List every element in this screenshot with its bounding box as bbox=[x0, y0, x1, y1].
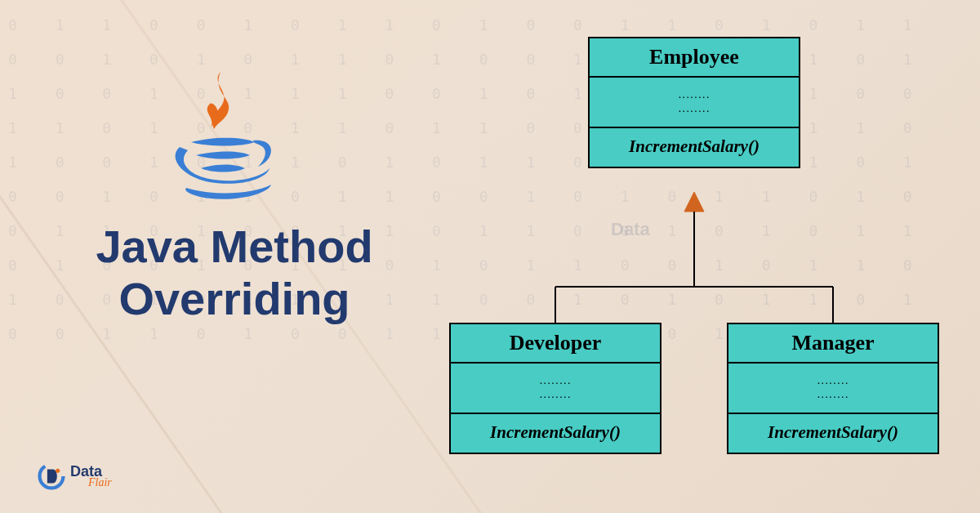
class-body-employee: ........ ........ bbox=[590, 78, 799, 128]
class-diagram: Employee ........ ........ IncrementSala… bbox=[433, 37, 956, 494]
title-line-1: Java Method bbox=[96, 221, 372, 272]
java-logo-icon bbox=[163, 65, 278, 204]
class-name-developer: Developer bbox=[451, 324, 660, 364]
class-box-developer: Developer ........ ........ IncrementSal… bbox=[449, 323, 662, 454]
class-method-manager: IncrementSalary() bbox=[728, 414, 938, 453]
brand-text: Data Flair bbox=[70, 464, 112, 488]
class-box-manager: Manager ........ ........ IncrementSalar… bbox=[727, 323, 939, 454]
class-method-employee: IncrementSalary() bbox=[590, 128, 799, 167]
class-name-employee: Employee bbox=[590, 38, 799, 78]
brand-logo: Data Flair bbox=[38, 462, 112, 490]
page-title: Java Method Overriding bbox=[42, 221, 426, 326]
svg-marker-2 bbox=[684, 192, 704, 212]
class-name-manager: Manager bbox=[728, 324, 938, 364]
dataflair-icon bbox=[38, 462, 65, 490]
class-body-manager: ........ ........ bbox=[728, 364, 938, 414]
title-line-2: Overriding bbox=[118, 273, 350, 324]
class-method-developer: IncrementSalary() bbox=[451, 414, 660, 453]
brand-line-2: Flair bbox=[88, 477, 112, 488]
class-box-employee: Employee ........ ........ IncrementSala… bbox=[588, 37, 800, 168]
svg-point-1 bbox=[56, 469, 60, 473]
class-body-developer: ........ ........ bbox=[451, 364, 660, 414]
